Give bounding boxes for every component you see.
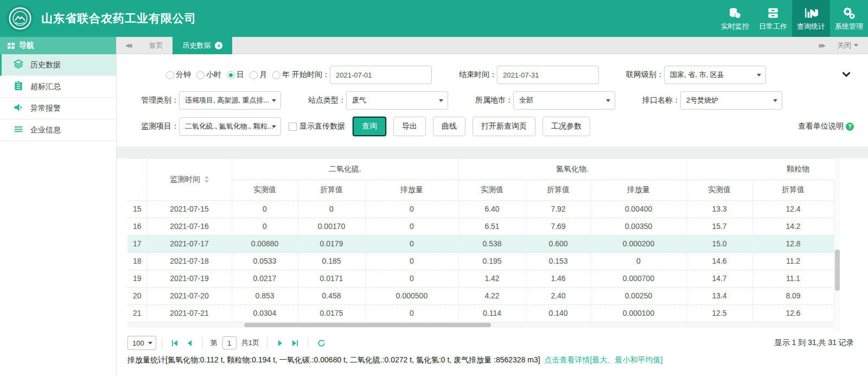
chevron-down-icon (148, 342, 152, 345)
nav-query-statistics[interactable]: 查询统计 (792, 0, 830, 37)
nav-label: 系统管理 (835, 22, 863, 31)
horizontal-scrollbar-thumb[interactable] (244, 323, 491, 327)
nav-daily-work[interactable]: 日常工作 (754, 0, 792, 37)
tab-home[interactable]: 首页 (139, 37, 173, 54)
table-row[interactable]: 18 2021-07-18 0.0533 0.185 0 0.195 0.153… (127, 252, 834, 270)
monitor-date-link[interactable]: 2021-07-18 (147, 252, 232, 270)
next-page-icon[interactable] (273, 340, 288, 347)
nav-system-management[interactable]: 系统管理 (830, 0, 868, 37)
tab-history-data[interactable]: 历史数据 × (173, 37, 232, 54)
collapse-filters-icon[interactable] (842, 71, 851, 79)
cell-pm-measured: 14.6 (686, 252, 752, 270)
view-detail-link[interactable]: 点击查看详情[最大、最小和平均值] (545, 355, 663, 364)
radio-icon[interactable] (196, 71, 205, 79)
sidebar-item-label: 超标汇总 (30, 82, 61, 92)
manage-type-select[interactable]: 违规项目, 高架源, 重点排... (179, 91, 281, 110)
table-row[interactable]: 20 2021-07-20 0.853 0.458 0.000500 4.22 … (127, 287, 834, 304)
monitor-date-link[interactable]: 2021-07-21 (147, 304, 232, 322)
monitor-date-link[interactable]: 2021-07-20 (147, 287, 232, 304)
radio-day[interactable]: 日 (227, 70, 244, 80)
outlet-select[interactable]: 2号焚烧炉 (680, 91, 782, 110)
vertical-scrollbar-thumb[interactable] (835, 250, 840, 291)
radio-icon[interactable] (272, 71, 280, 79)
radio-hour[interactable]: 小时 (196, 70, 221, 80)
row-number: 17 (127, 235, 147, 252)
cell-pm-converted: 12.8 (752, 235, 834, 252)
table-row[interactable]: 19 2021-07-19 0.0217 0.0171 0 1.42 1.46 … (127, 270, 834, 287)
clipboard-icon (13, 80, 30, 93)
export-button[interactable]: 导出 (393, 117, 426, 136)
cell-so2-measured: 0.853 (232, 287, 298, 304)
subheader-measured: 实测值 (232, 180, 298, 200)
sidebar-item-enterprise-info[interactable]: 企业信息 (0, 119, 116, 141)
radio-icon[interactable] (166, 71, 174, 79)
unit-help-link[interactable]: 查看单位说明 ? (798, 122, 854, 131)
emission-stats-text: 排放量统计[氮氧化物:0.112 t, 颗粒物:0.194 t, 一氧化碳.:0… (127, 355, 540, 364)
table-row-highlighted[interactable]: 17 2021-07-17 0.00880 0.0179 0 0.538 0.6… (127, 235, 834, 252)
sidebar-item-exceed-summary[interactable]: 超标汇总 (0, 76, 116, 98)
query-button[interactable]: 查询 (353, 117, 386, 136)
direct-data-checkbox-group[interactable]: 显示直传数据 (289, 122, 345, 131)
close-tab-icon[interactable]: × (215, 42, 222, 49)
start-time-label: 开始时间： (281, 70, 330, 80)
table-row[interactable]: 21 2021-07-21 0.0304 0.0175 0 0.114 0.14… (127, 304, 834, 322)
tabs-scroll-left-icon[interactable]: ◀◀ (117, 42, 139, 48)
checkbox-label: 显示直传数据 (299, 122, 345, 131)
cell-nox-converted: 2.40 (526, 287, 591, 304)
radio-minute[interactable]: 分钟 (166, 70, 191, 80)
cell-nox-converted: 0.140 (526, 304, 591, 322)
tabs-scroll-right-icon[interactable]: ▶▶ (810, 42, 833, 48)
radio-icon[interactable] (250, 71, 258, 79)
first-page-icon[interactable] (168, 340, 182, 347)
last-page-icon[interactable] (288, 340, 302, 347)
monitor-date-link[interactable]: 2021-07-15 (147, 200, 232, 218)
horizontal-scrollbar[interactable] (127, 322, 834, 328)
prev-page-icon[interactable] (182, 340, 197, 347)
cell-nox-converted: 1.46 (526, 270, 591, 287)
end-time-input[interactable] (497, 66, 599, 84)
open-new-query-button[interactable]: 打开新查询页 (473, 117, 535, 136)
divider (162, 337, 162, 348)
monitor-date-link[interactable]: 2021-07-16 (147, 218, 232, 235)
chevron-down-icon (773, 99, 777, 102)
station-type-select[interactable]: 废气 (346, 91, 448, 110)
subheader-measured: 实测值 (686, 180, 752, 200)
monitor-date-link[interactable]: 2021-07-17 (147, 235, 232, 252)
cell-nox-emission: 0 (591, 252, 686, 270)
cell-nox-measured: 4.22 (458, 287, 526, 304)
network-level-select[interactable]: 国家, 省, 市, 区县 (664, 66, 766, 84)
cell-so2-measured: 0.00880 (232, 235, 298, 252)
nav-realtime-monitor[interactable]: 实时监控 (716, 0, 754, 37)
sidebar-item-abnormal-alarm[interactable]: 异常报警 (0, 98, 116, 119)
table-row[interactable]: 15 2021-07-15 0 0 0 6.40 7.92 0.00400 13… (127, 200, 834, 218)
start-time-input[interactable] (330, 66, 432, 84)
divider-band (117, 146, 868, 158)
radio-icon-checked[interactable] (227, 71, 235, 79)
page-size-select[interactable]: 100 (127, 336, 156, 350)
cell-pm-converted: 12.4 (752, 200, 834, 218)
sidebar-item-history-data[interactable]: 历史数据 (0, 54, 116, 76)
close-tabs-menu[interactable]: 关闭 (833, 41, 868, 50)
city-label: 所属地市： (464, 95, 513, 105)
chart-pie-icon (804, 6, 818, 20)
table-row[interactable]: 16 2021-07-16 0 0.00170 0 6.51 7.69 0.00… (127, 218, 834, 235)
divider (267, 337, 267, 348)
page-total: 共1页 (241, 338, 259, 348)
monitor-items-select[interactable]: 二氧化硫., 氮氧化物., 颗粒... (179, 117, 281, 136)
page-number-input[interactable] (222, 336, 237, 349)
vertical-scrollbar[interactable] (834, 158, 840, 332)
curve-button[interactable]: 曲线 (433, 117, 465, 136)
cell-nox-measured: 6.51 (458, 218, 526, 235)
monitor-time-header[interactable]: 监测时间 (147, 159, 232, 200)
refresh-icon[interactable] (314, 339, 329, 347)
radio-month[interactable]: 月 (250, 70, 267, 80)
cell-so2-converted: 0.0175 (298, 304, 365, 322)
sort-icon[interactable] (205, 176, 209, 184)
monitor-date-link[interactable]: 2021-07-19 (147, 270, 232, 287)
tab-label: 首页 (149, 41, 163, 50)
condition-params-button[interactable]: 工况参数 (542, 117, 590, 136)
help-icon: ? (846, 123, 854, 131)
chevron-down-icon (606, 99, 610, 102)
checkbox-icon[interactable] (289, 123, 297, 131)
city-select[interactable]: 全部 (513, 91, 615, 110)
